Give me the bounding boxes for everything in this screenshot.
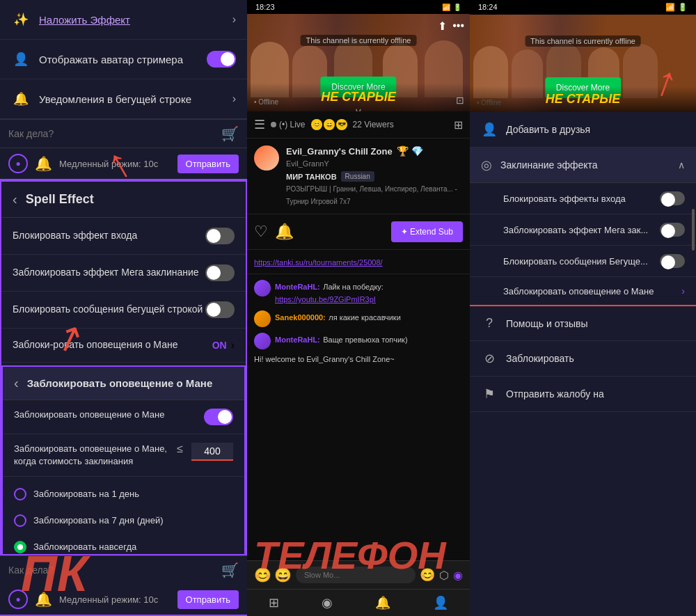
ctx-block[interactable]: ⊘ Заблокировать: [470, 341, 696, 377]
chat-welcome: Hi! welcome to Evil_Granny's Chill Zone~: [247, 352, 470, 366]
extend-sub-button[interactable]: ✦ Extend Sub: [391, 221, 463, 242]
hamburger-icon[interactable]: ☰: [254, 117, 265, 132]
report-label: Отправить жалобу на: [506, 388, 685, 400]
radio-circle-2: [14, 514, 26, 527]
chat-input-bottom[interactable]: [8, 564, 216, 576]
help-icon: ?: [481, 316, 498, 331]
right-status-bar: 18:24 📶 🔋: [470, 0, 696, 15]
msg-user-0: MonteRaHL:: [275, 283, 320, 291]
chat-bar-bottom: 🛒: [0, 555, 247, 584]
chat-input-top[interactable]: [8, 128, 216, 139]
block-icon: ⊘: [481, 351, 498, 366]
ctx-help[interactable]: ? Помощь и отзывы: [470, 306, 696, 341]
ctx-sub-ticker[interactable]: Блокировать сообщения Бегуще...: [470, 246, 696, 277]
menu-item-effect[interactable]: ✨ Наложить Эффект ›: [0, 0, 247, 40]
bits-icon[interactable]: ⬡: [439, 569, 449, 582]
radio-item-3[interactable]: Заблокировать навсегда: [14, 535, 233, 555]
ctx-spell-header[interactable]: ◎ Заклинание эффекта ∧: [470, 148, 696, 183]
send-button-top[interactable]: Отправить: [177, 155, 239, 173]
expand-icon[interactable]: ⊡: [456, 95, 464, 106]
phone-chat-input[interactable]: [296, 567, 416, 583]
badge-2: 💎: [411, 145, 423, 157]
nav-bell[interactable]: 🔔: [375, 595, 390, 610]
banner-chevron-down: ∨: [354, 105, 363, 111]
ctx-sub-mega[interactable]: Заблокировать эффект Мега зак...: [470, 214, 696, 246]
left-panel: ✨ Наложить Эффект › 👤 Отображать аватар …: [0, 0, 247, 616]
channel-name[interactable]: Evil_Granny's Chill Zone: [286, 146, 393, 157]
ctx-toggle-ticker[interactable]: [660, 254, 685, 268]
mana-sub-title: Заблокировать оповещение о Мане: [27, 377, 233, 389]
spell-item-3-label: Блокировать сообщения бегущей строкой: [13, 303, 205, 317]
mana-back-button[interactable]: ‹: [14, 375, 19, 391]
mode-bar-top: ● 🔔 Медленный режим: 10с Отправить: [0, 148, 247, 180]
radio-item-1[interactable]: Заблокировать на 1 день: [14, 482, 233, 506]
channel-badges: 🏆 💎: [397, 145, 423, 157]
msg-avatar-2: [254, 333, 271, 349]
msg-user-1: Sanek000000:: [275, 313, 326, 322]
ctx-add-friend[interactable]: 👤 Добавить в друзья: [470, 112, 696, 148]
grid-icon[interactable]: ⊞: [454, 118, 463, 132]
msg-link-0[interactable]: https://youtu.be/9ZGiPmIR3pI: [275, 295, 376, 303]
spell-item-3[interactable]: Блокировать сообщения бегущей строкой: [1, 292, 246, 329]
nav-home[interactable]: ⊞: [269, 595, 279, 610]
spell-item-4[interactable]: Заблоки-ровать оповещения о Мане ON ›: [1, 329, 246, 363]
phone-status-icons: 📶 🔋: [442, 3, 461, 11]
chat-bar-top: 🛒: [0, 120, 247, 148]
spell-back-button[interactable]: ‹: [13, 191, 17, 207]
ctx-sub-entry-label: Блокировать эффекты входа: [503, 194, 653, 204]
mode-text-bottom: Медленный режим: 10с: [59, 594, 171, 605]
notif-label: Уведомления в бегущей строке: [39, 93, 232, 105]
ctx-report[interactable]: ⚑ Отправить жалобу на: [470, 377, 696, 412]
radio-item-2[interactable]: Заблокировать на 7 дня (дней): [14, 509, 233, 532]
heart-button[interactable]: ♡: [254, 223, 268, 241]
avatar-icon: 👤: [11, 49, 31, 69]
mode-bar-bottom: ● 🔔 Медленный режим: 10с Отправить: [0, 584, 247, 616]
chat-msg-1: Sanek000000: ля какие красавчики: [247, 308, 470, 330]
channel-info-bar: ☰ (•) Live 😊 😄 😎 22 Viewers ⊞: [247, 111, 470, 139]
right-ne-staroe-container: НЕ СТАРЫЕ: [470, 86, 696, 112]
menu-item-avatar[interactable]: 👤 Отображать аватар стримера: [0, 40, 247, 79]
mana-sub-panel: ‹ Заблокировать оповещение о Мане Заблок…: [1, 365, 246, 555]
effect-icon: ✨: [11, 10, 31, 29]
mana-toggle[interactable]: [204, 409, 233, 425]
avatar-toggle[interactable]: [207, 51, 236, 68]
mana-toggle-item[interactable]: Заблокировать оповещение о Мане: [3, 400, 244, 434]
spell-item-2[interactable]: Заблокировать эффект Мега заклинание: [1, 255, 246, 292]
chat-basket-icon: 🛒: [221, 125, 239, 142]
viewer-smiley-1: 😊: [311, 119, 322, 130]
spell-toggle-1[interactable]: [205, 228, 235, 244]
share-icon[interactable]: ⬆: [438, 19, 447, 33]
nav-search[interactable]: ◉: [322, 595, 333, 610]
chat-link[interactable]: https://tanki.su/ru/tournaments/25008/: [254, 258, 383, 267]
msg-text-2: Ваще превьюха топчик): [323, 335, 407, 344]
badge-1: 🏆: [397, 145, 409, 157]
right-banner: This channel is currently offline Discov…: [470, 15, 696, 112]
ctx-sub-mana[interactable]: Заблокировать оповещение о Мане ›: [470, 277, 696, 306]
help-label: Помощь и отзывы: [506, 318, 685, 329]
spell-item-1[interactable]: Блокировать эффект входа: [1, 218, 246, 255]
ctx-sub-entry[interactable]: Блокировать эффекты входа: [470, 183, 696, 214]
msg-text-1: ля какие красавчики: [329, 313, 401, 322]
nav-person[interactable]: 👤: [433, 595, 448, 610]
phone-emoji-icon[interactable]: 😊: [420, 567, 435, 583]
more-icon[interactable]: •••: [452, 19, 464, 33]
ctx-sub-mega-label: Заблокировать эффект Мега зак...: [503, 225, 653, 235]
action-buttons: ♡ 🔔 ✦ Extend Sub: [247, 214, 470, 250]
mana-cost-input[interactable]: [191, 443, 233, 461]
spell-toggle-3[interactable]: [205, 301, 235, 318]
spell-toggle-2[interactable]: [205, 264, 235, 281]
ctx-toggle-mega[interactable]: [660, 223, 685, 237]
report-icon: ⚑: [481, 386, 498, 402]
channel-desc-row: РОЗЫГРЫШ | Гранни, Левша, Инспирер, Лева…: [286, 182, 463, 207]
chat-basket-icon-bottom: 🛒: [221, 562, 239, 578]
menu-item-notifications[interactable]: 🔔 Уведомления в бегущей строке ›: [0, 79, 247, 119]
channel-name-row: Evil_Granny's Chill Zone 🏆 💎: [286, 145, 463, 157]
spell-item-4-value: ON: [212, 340, 227, 351]
block-label: Заблокировать: [506, 353, 685, 364]
ctx-toggle-entry[interactable]: [660, 191, 685, 205]
spell-title: Spell Effect: [26, 192, 94, 207]
ctx-spell-icon: ◎: [481, 157, 492, 173]
chat-more-icon[interactable]: ◉: [453, 569, 463, 582]
send-button-bottom[interactable]: Отправить: [177, 590, 239, 609]
bell-button[interactable]: 🔔: [275, 223, 294, 241]
